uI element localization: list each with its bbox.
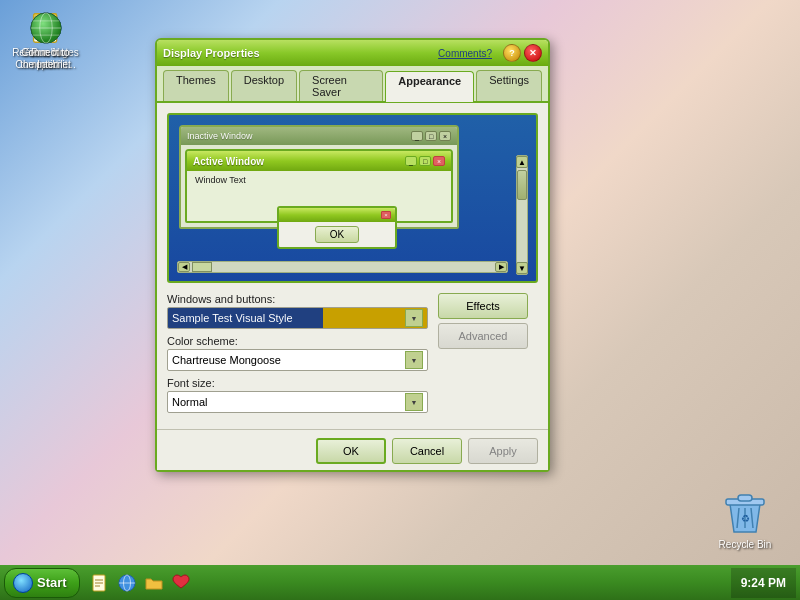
close-button[interactable]: ✕ [524,44,542,62]
quicklaunch-folder-icon[interactable] [142,571,166,595]
active-window-body: Window Text × OK [187,171,451,221]
sidebar-icons: ? File a bug report [0,0,16,16]
msgbox-body: OK [279,222,395,247]
windows-buttons-group: Windows and buttons: Sample Test Visual … [167,293,428,329]
visual-style-value: Sample Test Visual Style [172,312,405,324]
preview-active-titlebar: Active Window _ □ × [187,151,451,171]
form-controls: Windows and buttons: Sample Test Visual … [167,293,538,419]
start-label: Start [37,575,67,590]
start-orb-icon [13,573,33,593]
inactive-window-controls: _ □ × [411,131,451,141]
preview-ok-button[interactable]: OK [315,226,359,243]
scroll-up-icon[interactable]: ▲ [516,156,528,168]
form-left: Windows and buttons: Sample Test Visual … [167,293,428,419]
color-scheme-group: Color scheme: Chartreuse Mongoose ▼ [167,335,428,371]
scroll-thumb[interactable] [517,170,527,200]
quicklaunch-globe-icon[interactable] [115,571,139,595]
hscroll-thumb[interactable] [192,262,212,272]
msgbox-titlebar: × [279,208,395,222]
display-properties-dialog: Display Properties Comments? ? ✕ Themes … [155,38,550,472]
visual-style-arrow[interactable]: ▼ [405,309,423,327]
connect-internet-label: Connect tothe Internet [20,47,71,71]
preview-active-window: Active Window _ □ × Window Text [185,149,453,223]
min-icon: _ [405,156,417,166]
active-window-label: Active Window [193,156,264,167]
font-size-arrow[interactable]: ▼ [405,393,423,411]
preview-area: Inactive Window _ □ × Active Window [167,113,538,283]
tab-screensaver[interactable]: Screen Saver [299,70,383,101]
font-size-label: Font size: [167,377,428,389]
recycle-bin-label: Recycle Bin [719,539,772,550]
maximize-icon: □ [425,131,437,141]
inactive-window-body: Active Window _ □ × Window Text [181,145,457,227]
recycle-bin[interactable]: ♻ Recycle Bin [710,486,780,550]
comments-link[interactable]: Comments? [438,48,492,59]
tab-bar: Themes Desktop Screen Saver Appearance S… [157,66,548,103]
close-icon: × [439,131,451,141]
max-icon: □ [419,156,431,166]
dialog-title: Display Properties [163,47,260,59]
font-size-select[interactable]: Normal ▼ [167,391,428,413]
window-text-label: Window Text [195,175,246,185]
dialog-actions: OK Cancel Apply [157,429,548,470]
minimize-icon: _ [411,131,423,141]
help-button[interactable]: ? [503,44,521,62]
advanced-button[interactable]: Advanced [438,323,528,349]
tab-settings[interactable]: Settings [476,70,542,101]
tab-appearance[interactable]: Appearance [385,71,474,102]
connect-internet-icon [30,12,62,44]
preview-inactive-window: Inactive Window _ □ × Active Window [179,125,459,229]
effects-button[interactable]: Effects [438,293,528,319]
font-size-group: Font size: Normal ▼ [167,377,428,413]
quicklaunch-document-icon[interactable] [88,571,112,595]
tab-themes[interactable]: Themes [163,70,229,101]
windows-buttons-label: Windows and buttons: [167,293,428,305]
tab-desktop[interactable]: Desktop [231,70,297,101]
inactive-window-label: Inactive Window [187,131,253,141]
quicklaunch-heart-icon[interactable] [169,571,193,595]
active-window-controls: _ □ × [405,156,445,166]
cancel-button[interactable]: Cancel [392,438,462,464]
sidebar-item-connect-internet[interactable]: Connect tothe Internet [8,8,83,75]
dialog-body: Inactive Window _ □ × Active Window [157,103,548,429]
hscroll-right-icon[interactable]: ▶ [495,262,507,272]
preview-message-box: × OK [277,206,397,249]
dialog-controls: Comments? ? ✕ [438,44,542,62]
desktop: ? File a bug report [0,0,800,600]
apply-button[interactable]: Apply [468,438,538,464]
msgbox-close-icon: × [381,211,391,219]
recycle-bin-icon: ♻ [720,486,770,536]
dialog-titlebar: Display Properties Comments? ? ✕ [157,40,548,66]
ok-button[interactable]: OK [316,438,386,464]
color-scheme-select[interactable]: Chartreuse Mongoose ▼ [167,349,428,371]
preview-inactive-titlebar: Inactive Window _ □ × [181,127,457,145]
scroll-down-icon[interactable]: ▼ [516,262,528,274]
svg-rect-15 [738,495,752,501]
color-scheme-arrow[interactable]: ▼ [405,351,423,369]
visual-style-select[interactable]: Sample Test Visual Style ▼ [167,307,428,329]
cls-icon: × [433,156,445,166]
taskbar-time: 9:24 PM [731,568,796,598]
color-scheme-value: Chartreuse Mongoose [172,354,405,366]
font-size-value: Normal [172,396,405,408]
svg-text:♻: ♻ [741,513,750,524]
taskbar-middle [84,571,731,595]
start-button[interactable]: Start [4,568,80,598]
form-right: Effects Advanced [438,293,538,349]
color-scheme-label: Color scheme: [167,335,428,347]
taskbar: Start [0,565,800,600]
hscroll-left-icon[interactable]: ◀ [178,262,190,272]
preview-hscrollbar[interactable]: ◀ ▶ [177,261,508,273]
preview-scrollbar[interactable]: ▲ ▼ [516,155,528,275]
